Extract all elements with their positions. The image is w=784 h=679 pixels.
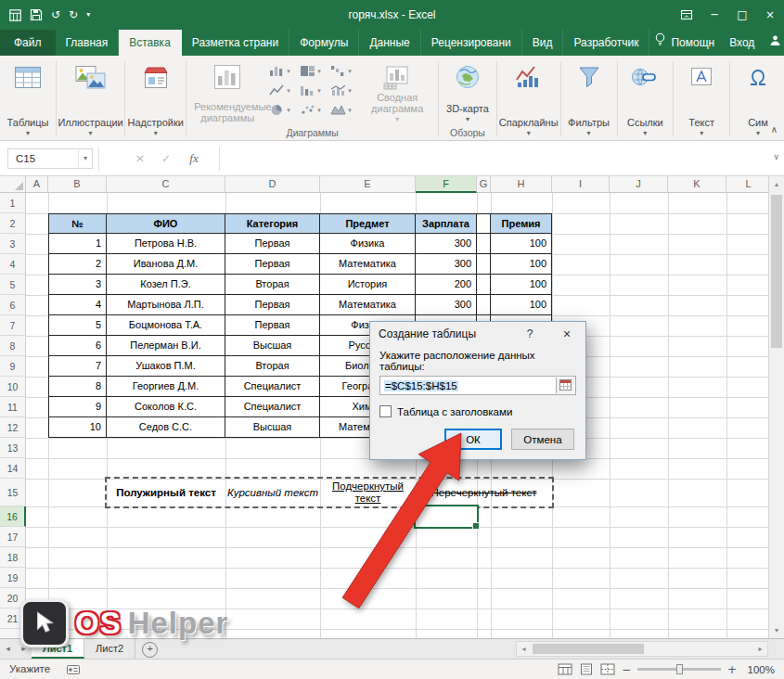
zoom-slider[interactable] <box>637 668 721 671</box>
table-cell[interactable] <box>477 254 491 275</box>
formula-bar-expand-icon[interactable]: ∨ <box>773 152 779 161</box>
ribbon-tab[interactable]: Главная <box>56 30 120 56</box>
dialog-help-button[interactable]: ? <box>515 322 545 346</box>
row-header-3[interactable]: 3 <box>0 234 26 254</box>
ribbon-tab[interactable]: Данные <box>359 30 420 56</box>
undo-icon[interactable]: ↺ <box>51 9 60 20</box>
italic-text-cell[interactable]: Курсивный текст <box>225 479 320 506</box>
ribbon-button[interactable]: Фильтры▾ <box>563 58 615 140</box>
combo-chart-button[interactable]: ▾ <box>328 81 358 100</box>
row-header-19[interactable]: 19 <box>0 568 26 588</box>
ribbon-tab[interactable]: Рецензировани <box>421 30 522 56</box>
save-icon[interactable] <box>30 8 43 21</box>
row-header-4[interactable]: 4 <box>0 254 26 275</box>
table-cell[interactable]: Пелерман В.И. <box>107 336 225 356</box>
table-cell[interactable]: Математика <box>320 295 416 315</box>
horizontal-scrollbar[interactable]: ◂ ▸ <box>516 641 768 657</box>
record-macro-icon[interactable] <box>67 664 80 677</box>
assistant-item[interactable]: Помощн <box>649 30 719 56</box>
vertical-scrollbar[interactable]: ▴ ▾ <box>768 176 784 638</box>
table-header-cell[interactable]: Предмет <box>320 213 416 234</box>
recommended-charts-button[interactable]: Рекомендуемые диаграммы <box>188 58 266 126</box>
ribbon-button[interactable]: Текст▾ <box>675 58 727 140</box>
table-header-cell[interactable] <box>477 213 491 234</box>
tab-file[interactable]: Файл <box>0 30 56 56</box>
ribbon-tab[interactable]: Вид <box>522 30 564 56</box>
surface-chart-button[interactable]: ▾ <box>328 100 358 120</box>
page-layout-view-icon[interactable] <box>579 663 594 675</box>
normal-view-icon[interactable] <box>558 663 572 675</box>
zoom-level[interactable]: 100% <box>743 664 775 675</box>
column-header-H[interactable]: H <box>491 176 552 193</box>
table-header-cell[interactable]: Зарплата <box>416 213 477 234</box>
table-cell[interactable]: Первая <box>225 254 320 275</box>
table-cell[interactable]: 3 <box>48 275 107 295</box>
column-header-K[interactable]: K <box>668 176 726 193</box>
table-cell[interactable]: 5 <box>48 315 107 336</box>
ribbon-tab[interactable]: Разработчик <box>563 30 649 56</box>
table-cell[interactable]: Высшая <box>225 336 320 356</box>
row-header-2[interactable]: 2 <box>0 213 26 234</box>
row-header-12[interactable]: 12 <box>0 417 26 438</box>
table-cell[interactable]: 8 <box>48 377 107 397</box>
ribbon-button[interactable]: Надстройки▾ <box>127 58 184 140</box>
table-cell[interactable]: Боцмонова Т.А. <box>107 315 225 336</box>
range-input[interactable]: =$C$15:$H$15 <box>379 376 576 395</box>
row-header-6[interactable]: 6 <box>0 295 26 315</box>
map-3d-button[interactable]: 3D-карта▾ <box>441 58 495 126</box>
column-header-L[interactable]: L <box>726 176 768 193</box>
page-break-view-icon[interactable] <box>600 663 615 675</box>
table-cell[interactable]: 100 <box>491 295 552 315</box>
customize-quick-access-icon[interactable]: ▾ <box>86 11 90 19</box>
dialog-close-button[interactable]: × <box>548 322 585 346</box>
ribbon-tab[interactable]: Разметка страни <box>182 30 289 56</box>
column-header-A[interactable]: A <box>26 176 48 193</box>
headers-checkbox[interactable] <box>379 405 392 417</box>
table-cell[interactable]: Вторая <box>225 356 320 377</box>
enter-formula-icon[interactable]: ✓ <box>154 148 178 169</box>
table-cell[interactable]: Специалист <box>225 397 320 417</box>
table-cell[interactable]: 300 <box>416 254 477 275</box>
row-header-5[interactable]: 5 <box>0 275 26 295</box>
pie-chart-button[interactable]: ▾ <box>266 100 297 120</box>
column-chart-button[interactable]: ▾ <box>266 61 297 81</box>
table-cell[interactable] <box>477 295 491 315</box>
table-cell[interactable]: 6 <box>48 336 107 356</box>
ribbon-button[interactable]: Иллюстрации▾ <box>58 58 122 140</box>
table-cell[interactable]: 7 <box>48 356 107 377</box>
table-cell[interactable]: Вторая <box>225 275 320 295</box>
table-cell[interactable]: 300 <box>416 295 477 315</box>
close-icon[interactable]: × <box>756 0 784 30</box>
sheet-nav-left-icon[interactable]: ◂ <box>0 639 16 659</box>
scroll-up-icon[interactable]: ▴ <box>769 176 784 192</box>
table-cell[interactable]: Соколов К.С. <box>107 397 225 417</box>
table-cell[interactable]: 100 <box>491 275 552 295</box>
table-cell[interactable]: 1 <box>48 234 107 254</box>
bold-text-cell[interactable]: Полужирный текст <box>107 479 225 506</box>
pivot-chart-button[interactable]: Сводная диаграмма▾ <box>358 58 436 126</box>
ok-button[interactable]: ОК <box>444 429 502 450</box>
strikethrough-text-cell[interactable]: Перечеркнутый текст <box>416 479 552 506</box>
share-item[interactable]: Общий доступ <box>765 30 784 56</box>
minimize-icon[interactable]: ─ <box>700 0 728 30</box>
table-cell[interactable]: 2 <box>48 254 107 275</box>
table-cell[interactable]: Первая <box>225 234 320 254</box>
row-header-9[interactable]: 9 <box>0 356 26 377</box>
table-cell[interactable]: 300 <box>416 234 477 254</box>
scroll-down-icon[interactable]: ▾ <box>769 622 784 638</box>
column-header-E[interactable]: E <box>320 176 416 193</box>
horizontal-scrollbar-thumb[interactable] <box>533 644 644 654</box>
table-cell[interactable]: 9 <box>48 397 107 417</box>
ribbon-display-options-icon[interactable] <box>673 0 700 30</box>
headers-checkbox-row[interactable]: Таблица с заголовками <box>379 405 576 417</box>
hierarchy-chart-button[interactable]: ▾ <box>297 61 328 81</box>
column-header-D[interactable]: D <box>225 176 320 193</box>
column-header-B[interactable]: B <box>48 176 107 193</box>
table-cell[interactable]: 200 <box>416 275 477 295</box>
scroll-left-icon[interactable]: ◂ <box>517 642 531 656</box>
row-header-10[interactable]: 10 <box>0 377 26 397</box>
row-header-17[interactable]: 17 <box>0 527 26 547</box>
table-cell[interactable]: 10 <box>48 417 107 438</box>
excel-logo-icon[interactable] <box>9 9 21 21</box>
table-cell[interactable]: Мартынова Л.П. <box>107 295 225 315</box>
